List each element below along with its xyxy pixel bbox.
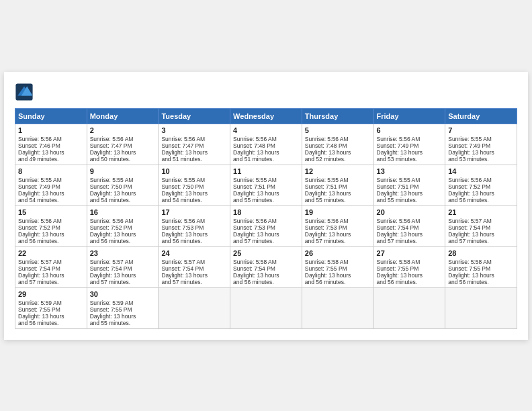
- day-cell: 27Sunrise: 5:58 AMSunset: 7:55 PMDayligh…: [373, 246, 445, 287]
- day-number: 9: [90, 167, 156, 175]
- day-number: 1: [18, 126, 84, 134]
- day-number: 14: [448, 167, 514, 175]
- day-detail: Daylight: 13 hours: [18, 231, 84, 238]
- day-detail: Sunrise: 5:56 AM: [90, 218, 156, 224]
- day-detail: Daylight: 13 hours: [90, 231, 156, 238]
- day-detail: Sunrise: 5:55 AM: [18, 177, 84, 183]
- day-detail: and 51 minutes.: [233, 156, 299, 163]
- day-number: 30: [90, 290, 156, 298]
- day-number: 5: [305, 126, 371, 134]
- day-detail: Sunset: 7:48 PM: [305, 142, 371, 149]
- calendar-container: SundayMondayTuesdayWednesdayThursdayFrid…: [4, 72, 528, 340]
- day-detail: Sunrise: 5:55 AM: [448, 136, 514, 142]
- day-number: 13: [377, 167, 443, 175]
- day-detail: Daylight: 13 hours: [161, 272, 227, 279]
- day-cell: 20Sunrise: 5:56 AMSunset: 7:54 PMDayligh…: [373, 205, 445, 246]
- day-detail: Daylight: 13 hours: [233, 231, 299, 238]
- day-detail: Daylight: 13 hours: [18, 313, 84, 320]
- weekday-saturday: Saturday: [445, 108, 517, 124]
- day-cell: 21Sunrise: 5:57 AMSunset: 7:54 PMDayligh…: [445, 205, 517, 246]
- day-number: 23: [90, 249, 156, 257]
- day-detail: Sunrise: 5:57 AM: [161, 259, 227, 265]
- day-detail: Sunset: 7:52 PM: [18, 224, 84, 231]
- day-cell: 19Sunrise: 5:56 AMSunset: 7:53 PMDayligh…: [302, 205, 373, 246]
- logo: [15, 83, 36, 101]
- day-detail: Daylight: 13 hours: [161, 190, 227, 197]
- day-detail: Sunrise: 5:57 AM: [90, 259, 156, 265]
- day-detail: Sunset: 7:47 PM: [161, 142, 227, 149]
- day-number: 12: [305, 167, 371, 175]
- day-detail: and 56 minutes.: [377, 279, 443, 285]
- day-detail: Sunrise: 5:56 AM: [377, 218, 443, 224]
- day-number: 6: [377, 126, 443, 134]
- weekday-wednesday: Wednesday: [230, 108, 302, 124]
- day-detail: Sunset: 7:51 PM: [377, 183, 443, 190]
- day-number: 19: [305, 208, 371, 216]
- day-number: 25: [233, 249, 299, 257]
- day-number: 24: [161, 249, 227, 257]
- day-detail: Sunset: 7:54 PM: [90, 265, 156, 272]
- day-cell: 13Sunrise: 5:55 AMSunset: 7:51 PMDayligh…: [373, 165, 445, 205]
- day-detail: and 57 minutes.: [18, 279, 84, 285]
- weekday-tuesday: Tuesday: [159, 108, 230, 124]
- day-cell: 1Sunrise: 5:56 AMSunset: 7:46 PMDaylight…: [15, 124, 87, 165]
- weekday-sunday: Sunday: [15, 108, 87, 124]
- day-detail: Daylight: 13 hours: [90, 272, 156, 279]
- day-detail: Daylight: 13 hours: [377, 231, 443, 238]
- day-detail: Sunrise: 5:57 AM: [18, 259, 84, 265]
- day-detail: and 54 minutes.: [18, 197, 84, 203]
- day-detail: Sunset: 7:48 PM: [233, 142, 299, 149]
- day-detail: Daylight: 13 hours: [90, 313, 156, 320]
- day-detail: Sunset: 7:55 PM: [305, 265, 371, 272]
- day-detail: and 52 minutes.: [305, 156, 371, 163]
- day-number: 16: [90, 208, 156, 216]
- weekday-monday: Monday: [87, 108, 159, 124]
- day-cell: [373, 287, 445, 328]
- day-detail: Sunset: 7:55 PM: [90, 306, 156, 313]
- day-cell: 8Sunrise: 5:55 AMSunset: 7:49 PMDaylight…: [15, 165, 87, 205]
- day-detail: Sunrise: 5:56 AM: [233, 218, 299, 224]
- day-detail: Sunrise: 5:56 AM: [305, 136, 371, 142]
- day-detail: Sunset: 7:53 PM: [161, 224, 227, 231]
- logo-icon: [15, 83, 34, 101]
- week-row-2: 8Sunrise: 5:55 AMSunset: 7:49 PMDaylight…: [15, 165, 517, 205]
- day-number: 17: [161, 208, 227, 216]
- day-number: 2: [90, 126, 156, 134]
- day-detail: and 55 minutes.: [233, 197, 299, 203]
- day-detail: Daylight: 13 hours: [377, 272, 443, 279]
- day-cell: 22Sunrise: 5:57 AMSunset: 7:54 PMDayligh…: [15, 246, 87, 287]
- day-number: 28: [448, 249, 514, 257]
- day-detail: Sunset: 7:53 PM: [233, 224, 299, 231]
- day-cell: 17Sunrise: 5:56 AMSunset: 7:53 PMDayligh…: [159, 205, 230, 246]
- day-detail: Daylight: 13 hours: [18, 272, 84, 279]
- day-cell: 6Sunrise: 5:56 AMSunset: 7:49 PMDaylight…: [373, 124, 445, 165]
- day-detail: Daylight: 13 hours: [305, 231, 371, 238]
- day-detail: Sunrise: 5:56 AM: [90, 136, 156, 142]
- day-detail: Daylight: 13 hours: [233, 190, 299, 197]
- day-number: 10: [161, 167, 227, 175]
- day-detail: Daylight: 13 hours: [233, 272, 299, 279]
- day-detail: Sunset: 7:54 PM: [18, 265, 84, 272]
- day-detail: Daylight: 13 hours: [448, 149, 514, 156]
- day-detail: Sunset: 7:49 PM: [377, 142, 443, 149]
- day-cell: 3Sunrise: 5:56 AMSunset: 7:47 PMDaylight…: [159, 124, 230, 165]
- day-number: 15: [18, 208, 84, 216]
- day-detail: and 50 minutes.: [90, 156, 156, 163]
- day-detail: Daylight: 13 hours: [377, 190, 443, 197]
- day-detail: Sunrise: 5:56 AM: [161, 218, 227, 224]
- day-detail: and 57 minutes.: [305, 238, 371, 244]
- day-detail: Sunset: 7:49 PM: [448, 142, 514, 149]
- day-detail: Daylight: 13 hours: [305, 190, 371, 197]
- day-cell: 7Sunrise: 5:55 AMSunset: 7:49 PMDaylight…: [445, 124, 517, 165]
- day-detail: Sunset: 7:55 PM: [448, 265, 514, 272]
- day-detail: Daylight: 13 hours: [161, 149, 227, 156]
- day-detail: and 56 minutes.: [448, 279, 514, 285]
- day-detail: and 49 minutes.: [18, 156, 84, 163]
- day-detail: Sunset: 7:54 PM: [161, 265, 227, 272]
- weekday-thursday: Thursday: [302, 108, 373, 124]
- day-cell: 10Sunrise: 5:55 AMSunset: 7:50 PMDayligh…: [159, 165, 230, 205]
- day-detail: Sunrise: 5:59 AM: [90, 300, 156, 306]
- day-number: 22: [18, 249, 84, 257]
- day-number: 29: [18, 290, 84, 298]
- day-detail: and 54 minutes.: [90, 197, 156, 203]
